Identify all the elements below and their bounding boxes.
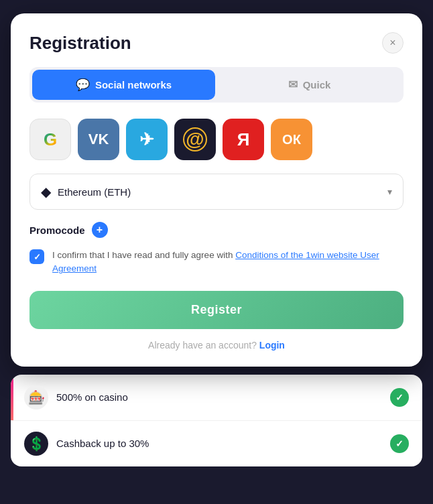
casino-accent-bar — [11, 375, 13, 420]
registration-modal: Registration × 💬 Social networks ✉ Quick… — [11, 13, 422, 367]
tab-social-networks[interactable]: 💬 Social networks — [32, 70, 215, 100]
telegram-icon: ✈ — [139, 129, 154, 150]
vk-icon: VK — [88, 131, 109, 148]
promocode-label: Promocode — [29, 225, 85, 236]
tab-quick[interactable]: ✉ Quick — [218, 70, 401, 100]
quick-tab-label: Quick — [303, 79, 331, 90]
social-buttons-grid: G VK ✈ @ Я ОК — [29, 119, 404, 160]
crypto-dropdown[interactable]: ◆ Ethereum (ETH) ▾ — [29, 174, 404, 210]
login-prompt-text: Already have an account? — [148, 340, 257, 351]
cashback-check-icon: ✓ — [390, 434, 409, 453]
cashback-icon: 💲 — [24, 432, 48, 456]
telegram-social-button[interactable]: ✈ — [126, 119, 168, 160]
register-button[interactable]: Register — [29, 291, 404, 329]
mail-social-button[interactable]: @ — [174, 119, 216, 160]
close-icon: × — [389, 37, 395, 49]
chevron-down-icon: ▾ — [387, 186, 392, 197]
yandex-icon: Я — [237, 129, 250, 150]
agreement-row: ✓ I confirm that I have read and fully a… — [29, 249, 404, 276]
modal-header: Registration × — [29, 32, 404, 54]
plus-icon: + — [97, 225, 103, 235]
social-tab-icon: 💬 — [76, 78, 90, 92]
google-icon: G — [44, 129, 57, 150]
screen: Registration × 💬 Social networks ✉ Quick… — [0, 0, 433, 504]
google-social-button[interactable]: G — [29, 119, 71, 160]
quick-tab-icon: ✉ — [288, 78, 298, 92]
agreement-text-prefix: I confirm that I have read and fully agr… — [52, 250, 235, 260]
ok-icon: ОК — [282, 132, 301, 147]
vk-social-button[interactable]: VK — [78, 119, 119, 160]
cashback-item-left: 💲 Cashback up to 30% — [24, 432, 149, 456]
mail-icon: @ — [183, 127, 207, 151]
cashback-item: 💲 Cashback up to 30% ✓ — [11, 421, 422, 466]
modal-title: Registration — [29, 33, 131, 54]
login-row: Already have an account? Login — [29, 340, 404, 351]
promocode-add-button[interactable]: + — [92, 222, 108, 238]
casino-check-icon: ✓ — [390, 388, 409, 407]
bottom-panel: 🎰 500% on casino ✓ 💲 Cashback up to 30% … — [11, 375, 422, 466]
ok-social-button[interactable]: ОК — [271, 119, 312, 160]
tab-bar: 💬 Social networks ✉ Quick — [29, 67, 404, 103]
casino-item-left: 🎰 500% on casino — [24, 385, 128, 410]
agreement-checkbox[interactable]: ✓ — [29, 249, 44, 264]
casino-bonus-text: 500% on casino — [56, 391, 128, 403]
checkmark-icon: ✓ — [34, 252, 41, 262]
yandex-social-button[interactable]: Я — [223, 119, 264, 160]
dropdown-value: Ethereum (ETH) — [58, 186, 131, 198]
dropdown-selected: ◆ Ethereum (ETH) — [41, 184, 131, 200]
eth-icon: ◆ — [41, 184, 51, 200]
casino-bonus-item: 🎰 500% on casino ✓ — [11, 375, 422, 421]
casino-icon: 🎰 — [24, 385, 48, 410]
login-link[interactable]: Login — [259, 340, 285, 351]
cashback-text: Cashback up to 30% — [56, 438, 149, 449]
agreement-text: I confirm that I have read and fully agr… — [52, 249, 404, 276]
close-button[interactable]: × — [382, 32, 404, 54]
social-tab-label: Social networks — [95, 79, 172, 90]
promocode-row: Promocode + — [29, 222, 404, 238]
